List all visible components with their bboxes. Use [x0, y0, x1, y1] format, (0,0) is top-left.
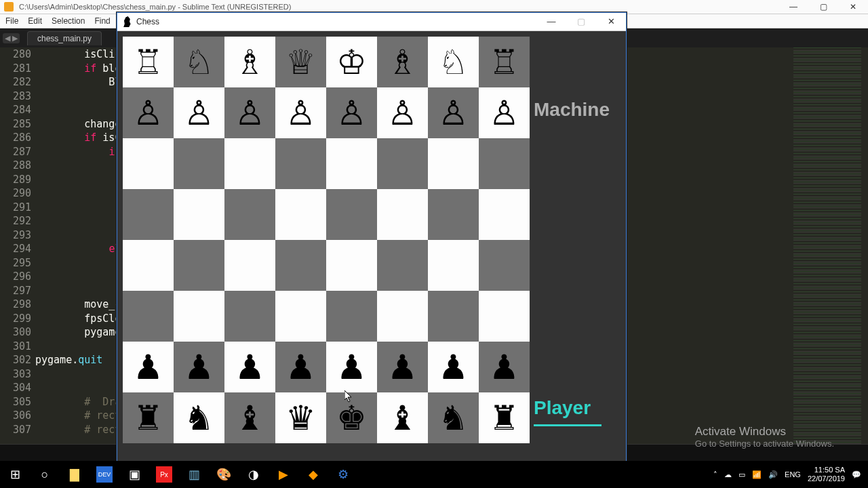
- close-button[interactable]: ✕: [838, 0, 868, 14]
- chess-board[interactable]: ♖♘♗♕♔♗♘♖♙♙♙♙♙♙♙♙♟♟♟♟♟♟♟♟♜♞♝♛♚♝♞♜: [123, 37, 530, 443]
- square-0-4[interactable]: ♔: [326, 37, 377, 87]
- dev-icon[interactable]: DEV: [96, 466, 113, 483]
- browser-icon[interactable]: ◑: [239, 461, 269, 488]
- square-3-6[interactable]: [428, 189, 479, 240]
- sublime-icon[interactable]: ◆: [298, 461, 328, 488]
- square-6-7[interactable]: ♟: [479, 342, 530, 392]
- square-0-5[interactable]: ♗: [377, 37, 428, 87]
- file-explorer-icon[interactable]: ▇: [60, 461, 90, 488]
- square-3-4[interactable]: [326, 189, 377, 240]
- square-7-4[interactable]: ♚: [326, 392, 377, 443]
- square-4-7[interactable]: [479, 240, 530, 291]
- square-2-1[interactable]: [174, 138, 224, 189]
- media-player-icon[interactable]: ▶: [269, 461, 298, 488]
- square-5-3[interactable]: [275, 291, 326, 342]
- square-7-6[interactable]: ♞: [428, 392, 479, 443]
- tab-chess-main[interactable]: chess_main.py: [27, 31, 102, 45]
- square-3-7[interactable]: [479, 189, 530, 240]
- square-6-0[interactable]: ♟: [123, 342, 174, 392]
- square-0-6[interactable]: ♘: [428, 37, 479, 87]
- maximize-button[interactable]: ▢: [808, 0, 838, 14]
- square-3-2[interactable]: [224, 189, 275, 240]
- square-2-7[interactable]: [479, 138, 530, 189]
- chess-maximize-button[interactable]: ▢: [566, 13, 596, 30]
- square-6-6[interactable]: ♟: [428, 342, 479, 392]
- square-3-0[interactable]: [123, 189, 174, 240]
- square-4-2[interactable]: [224, 240, 275, 291]
- square-7-3[interactable]: ♛: [275, 392, 326, 443]
- square-5-4[interactable]: [326, 291, 377, 342]
- square-6-3[interactable]: ♟: [275, 342, 326, 392]
- tray-notifications-icon[interactable]: 💬: [852, 470, 861, 479]
- notepad-icon[interactable]: ▥: [179, 461, 209, 488]
- square-1-4[interactable]: ♙: [326, 87, 377, 138]
- square-1-1[interactable]: ♙: [174, 87, 224, 138]
- square-4-6[interactable]: [428, 240, 479, 291]
- tray-clock[interactable]: 11:50 SA 22/07/2019: [808, 466, 845, 483]
- square-0-2[interactable]: ♗: [224, 37, 275, 87]
- square-7-7[interactable]: ♜: [479, 392, 530, 443]
- paint-icon[interactable]: 🎨: [209, 461, 239, 488]
- square-0-0[interactable]: ♖: [123, 37, 174, 87]
- square-5-2[interactable]: [224, 291, 275, 342]
- system-tray[interactable]: ˄ ☁ ▭ 📶 🔊 ENG 11:50 SA 22/07/2019 💬: [713, 466, 868, 483]
- square-0-3[interactable]: ♕: [275, 37, 326, 87]
- app-icon-red[interactable]: Px: [156, 466, 172, 483]
- square-5-1[interactable]: [174, 291, 224, 342]
- square-7-2[interactable]: ♝: [224, 392, 275, 443]
- nav-arrows[interactable]: ◀ ▶: [3, 33, 20, 43]
- menu-selection[interactable]: Selection: [52, 16, 85, 26]
- menu-edit[interactable]: Edit: [28, 16, 42, 26]
- tray-chevron-icon[interactable]: ˄: [713, 470, 717, 479]
- square-1-5[interactable]: ♙: [377, 87, 428, 138]
- square-5-6[interactable]: [428, 291, 479, 342]
- minimize-button[interactable]: —: [778, 0, 808, 14]
- square-2-5[interactable]: [377, 138, 428, 189]
- square-3-1[interactable]: [174, 189, 224, 240]
- square-4-3[interactable]: [275, 240, 326, 291]
- square-2-4[interactable]: [326, 138, 377, 189]
- square-1-0[interactable]: ♙: [123, 87, 174, 138]
- chess-minimize-button[interactable]: —: [536, 13, 566, 30]
- square-5-5[interactable]: [377, 291, 428, 342]
- square-1-7[interactable]: ♙: [479, 87, 530, 138]
- square-2-2[interactable]: [224, 138, 275, 189]
- square-7-5[interactable]: ♝: [377, 392, 428, 443]
- menu-find[interactable]: Find: [94, 16, 110, 26]
- square-4-1[interactable]: [174, 240, 224, 291]
- terminal-icon[interactable]: ▣: [119, 461, 149, 488]
- square-1-2[interactable]: ♙: [224, 87, 275, 138]
- square-0-7[interactable]: ♖: [479, 37, 530, 87]
- python-icon[interactable]: ⚙: [328, 461, 358, 488]
- square-7-0[interactable]: ♜: [123, 392, 174, 443]
- square-5-0[interactable]: [123, 291, 174, 342]
- square-3-5[interactable]: [377, 189, 428, 240]
- tray-volume-icon[interactable]: 🔊: [768, 470, 778, 479]
- square-7-1[interactable]: ♞: [174, 392, 224, 443]
- tray-wifi-icon[interactable]: 📶: [752, 470, 762, 479]
- square-6-2[interactable]: ♟: [224, 342, 275, 392]
- menu-file[interactable]: File: [5, 16, 18, 26]
- square-4-0[interactable]: [123, 240, 174, 291]
- chess-titlebar[interactable]: Chess — ▢ ✕: [117, 13, 626, 31]
- tray-lang[interactable]: ENG: [785, 470, 801, 479]
- square-2-6[interactable]: [428, 138, 479, 189]
- tray-battery-icon[interactable]: ▭: [738, 470, 745, 479]
- square-1-6[interactable]: ♙: [428, 87, 479, 138]
- square-6-4[interactable]: ♟: [326, 342, 377, 392]
- minimap[interactable]: [793, 47, 861, 481]
- square-4-5[interactable]: [377, 240, 428, 291]
- square-5-7[interactable]: [479, 291, 530, 342]
- square-6-5[interactable]: ♟: [377, 342, 428, 392]
- square-0-1[interactable]: ♘: [174, 37, 224, 87]
- square-4-4[interactable]: [326, 240, 377, 291]
- cortana-button[interactable]: ○: [30, 461, 60, 488]
- square-2-0[interactable]: [123, 138, 174, 189]
- square-2-3[interactable]: [275, 138, 326, 189]
- tray-cloud-icon[interactable]: ☁: [724, 470, 732, 479]
- chess-close-button[interactable]: ✕: [596, 13, 626, 30]
- square-1-3[interactable]: ♙: [275, 87, 326, 138]
- start-button[interactable]: ⊞: [0, 461, 30, 488]
- square-3-3[interactable]: [275, 189, 326, 240]
- square-6-1[interactable]: ♟: [174, 342, 224, 392]
